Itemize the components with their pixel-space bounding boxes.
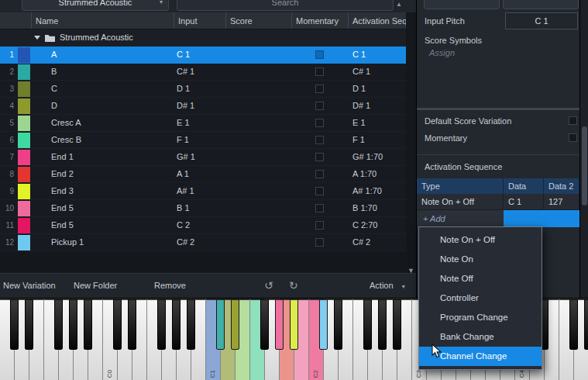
key-Gs4[interactable] [584,299,588,350]
octave-label: C2 [312,370,319,378]
color-swatch[interactable] [18,98,30,114]
inspector-top-button-right[interactable] [503,0,579,9]
redo-icon[interactable]: ↻ [289,274,298,299]
variation-row[interactable]: 9End 3A# 1A# 1:70 [0,183,406,200]
key-Cs0[interactable] [113,299,122,350]
key-Gs-1[interactable] [69,299,77,350]
new-variation-button[interactable]: New Variation [3,274,56,299]
momentary-checkbox[interactable] [315,85,324,93]
color-swatch[interactable] [18,218,30,233]
scroll-up-icon[interactable]: ▲ [396,1,402,8]
momentary-checkbox[interactable] [315,50,324,59]
color-swatch[interactable] [18,64,30,80]
momentary-cell [291,234,348,250]
key-As1[interactable] [290,299,298,350]
momentary-checkbox[interactable] [569,133,577,142]
inspector-top-button-left[interactable] [424,0,500,9]
color-swatch[interactable] [18,201,30,216]
key-Cs1[interactable] [216,299,225,350]
key-Fs4[interactable] [569,299,578,350]
momentary-checkbox[interactable] [315,204,324,212]
variation-row[interactable]: 1AC 1C 1 [0,47,406,64]
undo-icon[interactable]: ↺ [264,274,273,299]
key-Gs0[interactable] [172,299,181,350]
color-swatch[interactable] [18,167,30,182]
key-Cs2[interactable] [319,299,328,350]
key-Fs-1[interactable] [54,299,63,350]
score-symbols-assign-placeholder[interactable]: Assign [429,48,455,57]
momentary-checkbox[interactable] [315,102,324,110]
variation-row[interactable]: 2BC# 1C# 1 [0,64,406,81]
key-Gs2[interactable] [378,299,387,350]
menu-item-program-change[interactable]: Program Change [419,308,542,327]
momentary-checkbox[interactable] [315,187,324,195]
variation-row[interactable]: 5Cresc AE 1E 1 [0,115,406,132]
action-menu-button[interactable]: Action ▾ [370,274,405,299]
momentary-checkbox[interactable] [315,119,324,127]
seq-header-type[interactable]: Type [417,178,504,194]
menu-item-note-on-off[interactable]: Note On + Off [419,230,542,250]
column-header-score[interactable]: Score [225,12,291,29]
color-swatch[interactable] [18,150,30,165]
vertical-scrollbar[interactable] [579,0,588,298]
key-Gs1[interactable] [275,299,284,350]
scrollbar-thumb[interactable] [582,126,587,206]
default-score-variation-checkbox[interactable] [569,116,577,125]
variation-row[interactable]: 8End 2A 1A 1:70 [0,166,406,183]
momentary-checkbox[interactable] [315,153,324,161]
variation-row[interactable]: 4DD# 1D# 1 [0,98,406,115]
key-Ds2[interactable] [334,299,342,350]
key-Ds-1[interactable] [25,299,33,350]
preset-dropdown[interactable]: Strummed Acoustic ▾ [22,0,169,11]
variation-row[interactable]: 3CD 1D 1 [0,81,406,98]
color-swatch[interactable] [18,81,30,97]
column-header-input[interactable]: Input [174,12,225,29]
panel-splitter[interactable] [417,108,579,110]
menu-item-note-on[interactable]: Note On [419,250,542,269]
color-swatch[interactable] [18,133,30,148]
key-As-1[interactable] [84,299,92,350]
column-header-momentary[interactable]: Momentary [291,12,348,29]
key-Ds0[interactable] [128,299,136,350]
remove-button[interactable]: Remove [154,274,186,299]
input-pitch-value[interactable]: C 1 [505,12,578,29]
momentary-checkbox[interactable] [315,67,324,76]
variation-row[interactable]: 11End 5C 2C 2:70 [0,217,406,234]
variation-row[interactable]: 10End 5B 1B 1:70 [0,200,406,217]
momentary-checkbox[interactable] [315,238,324,247]
key-Fs2[interactable] [363,299,372,350]
new-sequence-active-cell[interactable] [504,210,579,227]
add-sequence-button[interactable]: + Add [417,214,445,223]
variation-row[interactable]: 6Cresc BF 1F 1 [0,132,406,149]
expander-icon[interactable] [34,36,40,40]
key-As2[interactable] [393,299,401,350]
column-header-activation-sequence[interactable]: Activation Sequence [348,12,406,29]
momentary-checkbox[interactable] [315,221,324,230]
key-Ds1[interactable] [231,299,239,350]
menu-item-controller[interactable]: Controller [419,288,542,308]
key-Fs1[interactable] [260,299,269,350]
new-folder-button[interactable]: New Folder [74,274,117,299]
color-swatch[interactable] [18,184,30,199]
seq-header-data2[interactable]: Data 2 [544,178,579,194]
seq-cell-data[interactable]: C 1 [504,194,544,210]
key-Fs0[interactable] [157,299,166,350]
search-input[interactable]: Search [177,0,394,11]
key-As0[interactable] [187,299,195,350]
key-Cs-1[interactable] [10,299,19,350]
color-swatch[interactable] [18,116,30,131]
folder-row[interactable]: Strummed Acoustic [0,29,406,47]
variation-row[interactable]: 12Pickup 1C# 2C# 2 [0,234,406,251]
momentary-checkbox[interactable] [315,170,324,178]
seq-cell-type[interactable]: Note On + Off [417,194,504,210]
seq-header-data[interactable]: Data [504,178,544,194]
seq-cell-data2[interactable]: 127 [544,194,579,210]
momentary-checkbox[interactable] [315,136,324,144]
menu-item-note-off[interactable]: Note Off [419,269,542,288]
sequence-row[interactable]: Note On + Off C 1 127 [417,194,579,210]
variation-row[interactable]: 7End 1G# 1G# 1:70 [0,149,406,166]
search-placeholder: Search [272,0,299,7]
column-header-name[interactable]: Name [31,12,174,29]
color-swatch[interactable] [18,47,30,63]
color-swatch[interactable] [18,235,30,250]
